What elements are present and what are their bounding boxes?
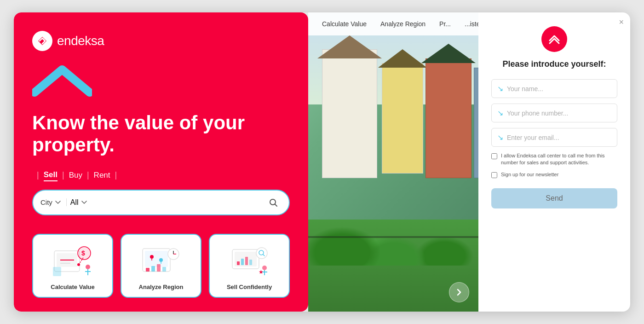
feature-card-calculate[interactable]: $ Calculate Value (32, 234, 113, 298)
sell-confidently-illustration: ★ (226, 242, 272, 279)
page-wrapper: endeksa Know the value of your property.… (14, 12, 630, 312)
name-arrow-icon: ↘ (497, 84, 503, 93)
scroll-right-button[interactable] (449, 282, 469, 302)
svg-line-1 (275, 204, 277, 206)
chevron-icon (32, 65, 290, 104)
svg-rect-24 (151, 266, 155, 272)
email-arrow-icon: ↘ (497, 133, 503, 142)
svg-text:$: $ (81, 249, 85, 257)
modal-panel: × Please introduce yourself: ↘ ↘ ↘ (478, 12, 630, 312)
newsletter-label: Sign up for our newsletter (501, 171, 558, 178)
feature-card-sell[interactable]: ★ Sell Confidently (209, 234, 290, 298)
nav-register[interactable]: ...ister (465, 20, 478, 28)
modal-title: Please introduce yourself: (502, 59, 606, 69)
send-button[interactable]: Send (491, 188, 617, 208)
svg-rect-32 (249, 260, 252, 265)
allow-calls-label: I allow Endeksa call center to call me f… (501, 152, 617, 167)
svg-rect-31 (245, 257, 248, 265)
svg-point-10 (77, 263, 80, 266)
tab-sell[interactable]: Sell (44, 169, 58, 181)
modal-logo-icon (541, 26, 567, 52)
city-chevron-icon (55, 201, 61, 204)
logo-text: endeksa (57, 34, 104, 48)
all-chevron-icon (81, 201, 87, 204)
svg-point-33 (256, 248, 267, 259)
all-dropdown[interactable]: All (70, 198, 261, 207)
feature-card-sell-label: Sell Confidently (227, 284, 272, 290)
svg-rect-26 (162, 267, 166, 272)
logo-area: endeksa (32, 31, 290, 51)
svg-rect-30 (241, 259, 244, 265)
nav-calculate-value[interactable]: Calculate Value (322, 20, 367, 28)
all-label: All (70, 198, 79, 207)
nav-more[interactable]: Pr... (439, 20, 451, 28)
search-icon (269, 198, 278, 207)
search-bar: City All (32, 190, 290, 215)
calculate-value-illustration: $ (50, 242, 96, 279)
feature-card-calculate-label: Calculate Value (51, 284, 94, 290)
allow-calls-checkbox-group: I allow Endeksa call center to call me f… (491, 152, 617, 167)
svg-point-16 (150, 255, 154, 259)
svg-rect-25 (157, 264, 161, 272)
hero-title: Know the value of your property. (32, 112, 290, 156)
nav-analyze-region[interactable]: Analyze Region (380, 20, 426, 28)
svg-point-11 (86, 265, 90, 269)
tab-rent[interactable]: Rent (94, 170, 110, 181)
svg-rect-15 (145, 251, 168, 267)
tabs-row: | Sell | Buy | Rent | (32, 169, 290, 181)
phone-arrow-icon: ↘ (497, 109, 503, 117)
endeksa-logo-icon (32, 31, 52, 51)
svg-rect-8 (53, 267, 61, 276)
feature-cards-row: $ Calculate Value (32, 234, 290, 298)
phone-input-group: ↘ (491, 104, 617, 122)
analyze-region-illustration (138, 242, 184, 279)
left-panel: endeksa Know the value of your property.… (14, 12, 308, 312)
city-label: City (40, 198, 52, 206)
allow-calls-checkbox[interactable] (491, 153, 497, 159)
name-input-group: ↘ (491, 79, 617, 98)
svg-point-18 (159, 258, 163, 262)
tab-buy[interactable]: Buy (69, 170, 82, 181)
modal-close-button[interactable]: × (619, 18, 624, 26)
newsletter-checkbox-group: Sign up for our newsletter (491, 171, 617, 178)
newsletter-checkbox[interactable] (491, 172, 497, 178)
svg-rect-23 (146, 268, 150, 272)
svg-text:★: ★ (259, 269, 264, 275)
svg-rect-29 (237, 261, 240, 265)
nav-overlay: Calculate Value Analyze Region Pr... ...… (308, 12, 478, 35)
feature-card-analyze[interactable]: Analyze Region (121, 234, 201, 298)
phone-input[interactable] (507, 110, 611, 117)
background-image: Calculate Value Analyze Region Pr... ...… (308, 12, 478, 312)
email-input-group: ↘ (491, 128, 617, 147)
search-button[interactable] (265, 194, 282, 211)
feature-card-analyze-label: Analyze Region (139, 284, 184, 290)
city-dropdown[interactable]: City (40, 198, 67, 206)
email-input[interactable] (507, 134, 611, 141)
name-input[interactable] (507, 85, 611, 93)
center-panel: Calculate Value Analyze Region Pr... ...… (308, 12, 478, 312)
